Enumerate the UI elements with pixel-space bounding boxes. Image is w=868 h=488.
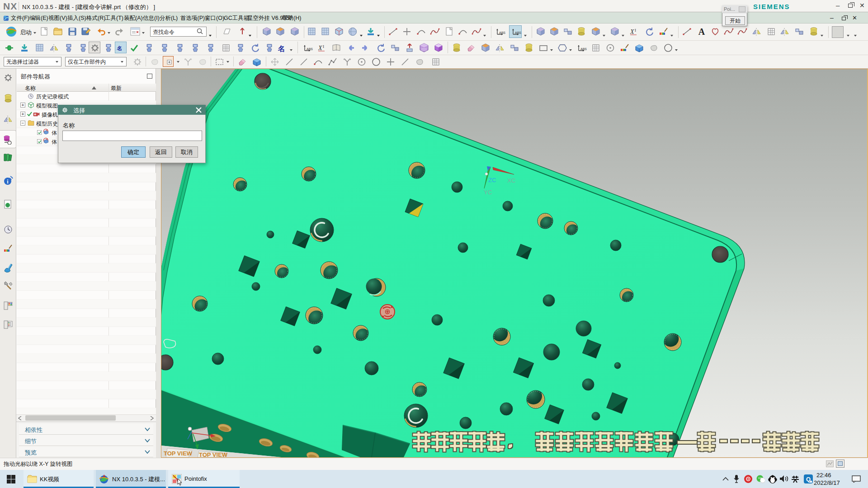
svg-text:A: A [698,27,705,37]
svg-text:YC: YC [484,189,492,196]
svg-text:名: 名 [117,45,123,51]
svg-text:TOP VIEW: TOP VIEW [199,451,228,458]
svg-text:ABS: ABS [515,31,521,34]
svg-text:X: X [630,28,634,35]
svg-text:名: 名 [278,45,285,52]
svg-text:XC: XC [507,177,515,184]
svg-text:TOP VIEW: TOP VIEW [164,450,193,457]
svg-text:ZC: ZC [488,177,496,183]
svg-text:ABS: ABS [499,31,505,34]
svg-text:I: I [635,28,636,33]
svg-text:X: X [318,45,322,52]
svg-text:ABS: ABS [307,47,313,51]
svg-text:I: I [323,44,324,49]
svg-text:ABS: ABS [580,47,587,51]
